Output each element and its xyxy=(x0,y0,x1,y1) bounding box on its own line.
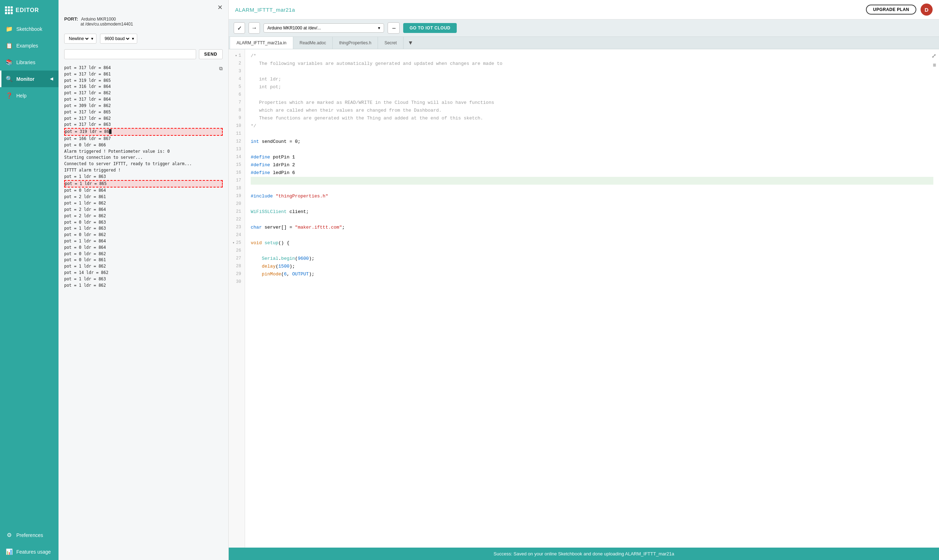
collapse-button[interactable]: ≡ xyxy=(933,61,936,71)
output-line: pot = 1 ldr = 864 xyxy=(64,238,223,245)
sidebar-item-preferences[interactable]: ⚙ Preferences xyxy=(0,527,59,543)
code-line: #define ldrPin 2 xyxy=(251,161,933,169)
newline-arrow-icon: ▾ xyxy=(91,36,93,41)
sidebar-item-sketchbook[interactable]: 📁 Sketchbook xyxy=(0,20,59,37)
output-line: pot = 2 ldr = 864 xyxy=(64,207,223,213)
output-line: pot = 1 ldr = 865 xyxy=(64,180,223,188)
copy-button[interactable]: ⧉ xyxy=(219,65,223,73)
code-line: char server[] = "maker.ifttt.com"; xyxy=(251,224,933,231)
output-line: pot = 1 ldr = 862 xyxy=(64,263,223,270)
output-line: pot = 1 ldr = 863 xyxy=(64,225,223,232)
newline-select[interactable]: Newline ▾ xyxy=(64,34,96,44)
line-number: 21 xyxy=(229,208,245,216)
upload-button[interactable]: → xyxy=(248,22,260,34)
output-line: pot = 319 ldr = 86█ xyxy=(64,128,223,136)
sidebar-label-libraries: Libraries xyxy=(16,60,35,65)
output-line: pot = 317 ldr = 862 xyxy=(64,90,223,96)
sidebar-label-examples: Examples xyxy=(16,43,38,49)
code-line xyxy=(251,278,933,286)
code-line: #define potPin 1 xyxy=(251,154,933,161)
more-options-button[interactable]: ··· xyxy=(388,22,399,34)
code-line xyxy=(251,177,933,185)
output-line: pot = 1 ldr = 862 xyxy=(64,200,223,207)
sidebar-item-examples[interactable]: 📋 Examples xyxy=(0,37,59,54)
user-avatar[interactable]: D xyxy=(920,3,933,15)
code-line: int ldr; xyxy=(251,75,933,83)
collapse-arrow-icon[interactable]: ▾ xyxy=(235,53,237,59)
line-number: 8 xyxy=(229,107,245,114)
code-line xyxy=(251,185,933,192)
line-number: 27 xyxy=(229,255,245,263)
code-line: #define ledPin 6 xyxy=(251,169,933,177)
sidebar-label-features-usage: Features usage xyxy=(16,549,51,555)
tab-readme[interactable]: ReadMe.adoc xyxy=(293,37,333,49)
monitor-chevron: ◀ xyxy=(50,77,53,81)
output-line: pot = 14 ldr = 862 xyxy=(64,270,223,276)
sidebar-label-help: Help xyxy=(16,93,26,98)
monitor-icon: 🔍 xyxy=(6,75,13,82)
output-line: pot = 317 ldr = 864 xyxy=(64,65,223,71)
send-input[interactable] xyxy=(64,49,196,59)
port-value: Arduino MKR1000 xyxy=(81,17,116,22)
tab-thingprops[interactable]: thingProperties.h xyxy=(333,37,378,49)
board-selector[interactable]: Arduino MKR1000 at /dev/... ▾ xyxy=(264,23,384,32)
code-line: pinMode(6, OUTPUT); xyxy=(251,271,933,278)
output-line: pot = 0 ldr = 864 xyxy=(64,245,223,251)
code-line: Serial.begin(9600); xyxy=(251,255,933,263)
output-line: pot = 317 ldr = 865 xyxy=(64,109,223,115)
code-line: #include "thingProperties.h" xyxy=(251,192,933,200)
baud-select[interactable]: 9600 baud ▾ xyxy=(100,34,137,44)
code-area[interactable]: ▾123456789101112131415161718192021222324… xyxy=(229,49,939,548)
code-line xyxy=(251,216,933,224)
output-line: pot = 317 ldr = 862 xyxy=(64,115,223,122)
expand-button[interactable]: ⤢ xyxy=(931,52,936,61)
sketch-title: ALARM_IFTTT_mar21a xyxy=(235,7,295,13)
baud-dropdown[interactable]: 9600 baud xyxy=(103,36,131,42)
line-number: 13 xyxy=(229,146,245,154)
code-content: ▾123456789101112131415161718192021222324… xyxy=(229,49,939,548)
output-line: Starting connection to server... xyxy=(64,155,223,161)
output-line: pot = 319 ldr = 865 xyxy=(64,78,223,84)
libraries-icon: 📚 xyxy=(6,59,13,66)
code-line: which are called when their values are c… xyxy=(251,107,933,114)
sidebar-label-preferences: Preferences xyxy=(16,532,43,538)
output-line: pot = 0 ldr = 866 xyxy=(64,142,223,149)
output-line: pot = 317 ldr = 861 xyxy=(64,71,223,78)
code-line: void setup() { xyxy=(251,239,933,247)
sidebar: EDITOR 📁 Sketchbook 📋 Examples 📚 Librari… xyxy=(0,0,59,560)
app-title: EDITOR xyxy=(15,7,39,14)
tab-main[interactable]: ALARM_IFTTT_mar21a.in xyxy=(230,37,293,49)
collapse-arrow-icon[interactable]: ▾ xyxy=(233,240,235,246)
code-line: WiFiSSLClient client; xyxy=(251,208,933,216)
code-line: The following variables are automaticall… xyxy=(251,60,933,68)
code-line: int sendCount = 0; xyxy=(251,138,933,146)
sidebar-item-help[interactable]: ❓ Help xyxy=(0,87,59,104)
newline-dropdown[interactable]: Newline xyxy=(67,36,90,42)
baud-arrow-icon: ▾ xyxy=(132,36,134,41)
upgrade-plan-button[interactable]: UPGRADE PLAN xyxy=(866,5,916,15)
output-line: pot = 316 ldr = 864 xyxy=(64,84,223,90)
sidebar-item-monitor[interactable]: 🔍 Monitor ◀ xyxy=(0,71,59,87)
sidebar-item-features-usage[interactable]: 📊 Features usage xyxy=(0,543,59,560)
output-line: pot = 1 ldr = 862 xyxy=(64,283,223,289)
iot-cloud-button[interactable]: GO TO IOT CLOUD xyxy=(403,23,457,33)
line-number: 3 xyxy=(229,68,245,75)
output-line: pot = 2 ldr = 861 xyxy=(64,194,223,200)
code-line: */ xyxy=(251,122,933,130)
line-number: 19 xyxy=(229,192,245,200)
code-line: These functions are generated with the T… xyxy=(251,114,933,122)
board-label: Arduino MKR1000 at /dev/... xyxy=(267,26,321,31)
port-info: PORT: Arduino MKR1000 at /dev/cu.usbmode… xyxy=(59,15,228,31)
serial-output: ⧉ pot = 317 ldr = 864pot = 317 ldr = 861… xyxy=(59,62,228,560)
line-number: ▾1 xyxy=(229,52,245,60)
tab-secret[interactable]: Secret xyxy=(378,37,404,49)
verify-button[interactable]: ✓ xyxy=(234,22,245,34)
close-button[interactable]: ✕ xyxy=(217,4,223,11)
status-message: Success: Saved on your online Sketchbook… xyxy=(493,551,674,557)
sidebar-item-libraries[interactable]: 📚 Libraries xyxy=(0,54,59,71)
line-number: 22 xyxy=(229,216,245,224)
send-button[interactable]: SEND xyxy=(199,49,223,59)
output-line: Connected to server IFTTT, ready to trig… xyxy=(64,161,223,167)
code-line xyxy=(251,146,933,154)
tabs-more-button[interactable]: ▼ xyxy=(404,37,418,49)
